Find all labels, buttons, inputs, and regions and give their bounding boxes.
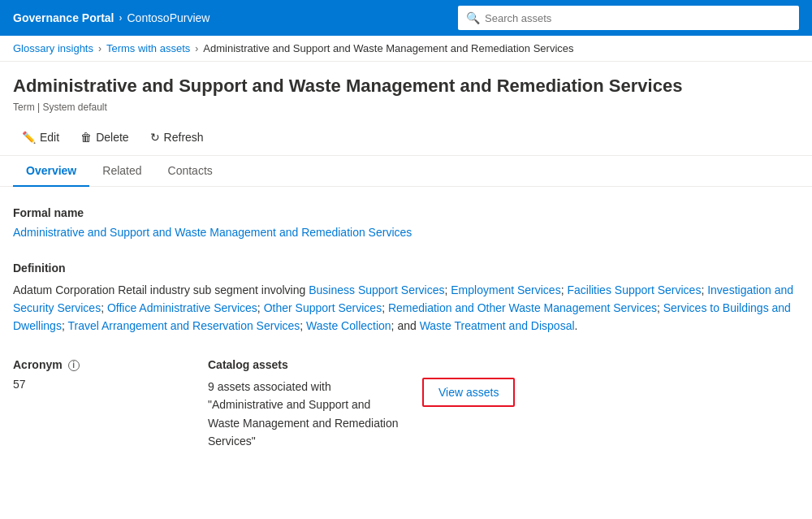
refresh-label: Refresh — [164, 131, 204, 144]
search-icon: 🔍 — [466, 11, 480, 24]
def-link-employment[interactable]: Employment Services — [451, 283, 560, 296]
top-nav-bar: Governance Portal › ContosoPurview 🔍 — [0, 0, 812, 36]
tab-overview[interactable]: Overview — [13, 156, 89, 187]
edit-label: Edit — [40, 131, 59, 144]
catalog-assets-section: Catalog assets 9 assets associated with … — [208, 358, 515, 451]
def-link-remediation[interactable]: Remediation and Other Waste Management S… — [388, 301, 657, 314]
catalog-assets-description: 9 assets associated with "Administrative… — [208, 378, 403, 451]
def-link-office[interactable]: Office Administrative Services — [107, 301, 257, 314]
edit-icon: ✏️ — [22, 131, 36, 144]
definition-text: Adatum Corporation Retail industry sub s… — [13, 281, 799, 335]
nav-chevron: › — [119, 12, 123, 24]
def-link-facilities[interactable]: Facilities Support Services — [567, 283, 701, 296]
page-subtitle: Term | System default — [13, 102, 799, 113]
definition-section: Definition Adatum Corporation Retail ind… — [13, 262, 799, 335]
tab-related[interactable]: Related — [89, 156, 154, 187]
view-assets-button[interactable]: View assets — [422, 378, 515, 407]
delete-label: Delete — [96, 131, 128, 144]
bottom-two-col: Acronym i 57 Catalog assets 9 assets ass… — [13, 358, 799, 451]
formal-name-section: Formal name Administrative and Support a… — [13, 206, 799, 239]
def-link-other-support[interactable]: Other Support Services — [264, 301, 382, 314]
catalog-assets-title: Catalog assets — [208, 358, 515, 371]
def-link-waste-collection[interactable]: Waste Collection — [306, 319, 391, 332]
formal-name-value: Administrative and Support and Waste Man… — [13, 226, 799, 239]
acronym-title: Acronym i — [13, 358, 175, 371]
definition-title: Definition — [13, 262, 799, 275]
def-link-travel[interactable]: Travel Arrangement and Reservation Servi… — [67, 319, 300, 332]
tabs-bar: Overview Related Contacts — [0, 156, 812, 187]
edit-button[interactable]: ✏️ Edit — [13, 126, 68, 149]
breadcrumb-sep-2: › — [195, 43, 198, 54]
acronym-info-icon[interactable]: i — [68, 360, 80, 371]
def-link-business-support[interactable]: Business Support Services — [309, 283, 444, 296]
breadcrumb-glossary-insights[interactable]: Glossary insights — [13, 42, 93, 54]
formal-name-title: Formal name — [13, 206, 799, 219]
refresh-button[interactable]: ↻ Refresh — [141, 126, 213, 149]
portal-label: Governance Portal — [13, 11, 114, 24]
portal-brand: Governance Portal › ContosoPurview — [13, 11, 209, 24]
page-header: Administrative and Support and Waste Man… — [0, 62, 812, 119]
def-link-waste-treatment[interactable]: Waste Treatment and Disposal — [420, 319, 575, 332]
search-bar[interactable]: 🔍 — [458, 6, 799, 30]
refresh-icon: ↻ — [150, 131, 160, 144]
breadcrumb: Glossary insights › Terms with assets › … — [0, 36, 812, 62]
acronym-value: 57 — [13, 378, 175, 391]
search-input[interactable] — [485, 12, 791, 24]
toolbar: ✏️ Edit 🗑 Delete ↻ Refresh — [0, 119, 812, 156]
page-title: Administrative and Support and Waste Man… — [13, 75, 799, 98]
acronym-section: Acronym i 57 — [13, 358, 175, 451]
content-area: Formal name Administrative and Support a… — [0, 187, 812, 470]
breadcrumb-sep-1: › — [98, 43, 102, 54]
delete-button[interactable]: 🗑 Delete — [71, 126, 137, 149]
tab-contacts[interactable]: Contacts — [155, 156, 226, 187]
breadcrumb-terms-with-assets[interactable]: Terms with assets — [106, 42, 190, 54]
breadcrumb-current: Administrative and Support and Waste Man… — [203, 42, 573, 54]
delete-icon: 🗑 — [80, 131, 92, 144]
catalog-col: 9 assets associated with "Administrative… — [208, 378, 515, 451]
product-label: ContosoPurview — [127, 11, 210, 24]
